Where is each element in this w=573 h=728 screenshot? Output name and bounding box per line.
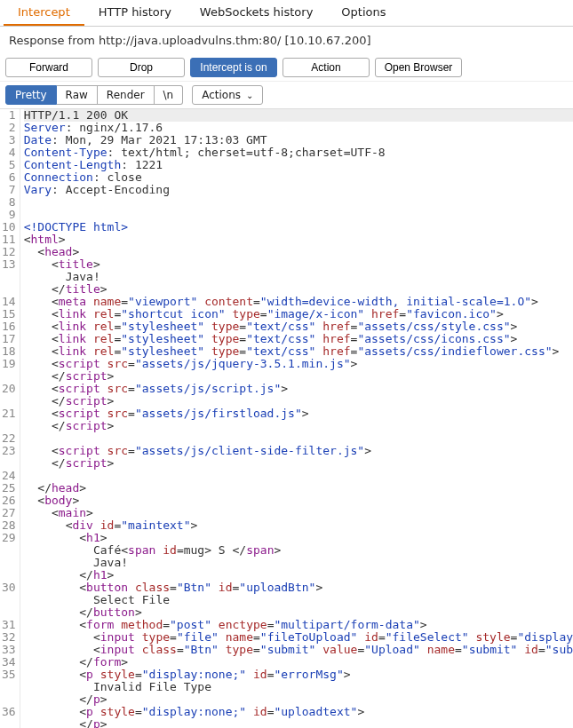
open-browser-button[interactable]: Open Browser bbox=[375, 58, 462, 77]
request-info: Response from http://java.uploadvulns.th… bbox=[0, 27, 573, 54]
intercept-toggle[interactable]: Intercept is on bbox=[190, 58, 277, 77]
tab-options[interactable]: Options bbox=[327, 0, 400, 26]
view-pretty[interactable]: Pretty bbox=[5, 85, 57, 105]
forward-button[interactable]: Forward bbox=[5, 58, 92, 77]
main-tabs: Intercept HTTP history WebSockets histor… bbox=[0, 0, 573, 27]
tab-websockets-history[interactable]: WebSockets history bbox=[186, 0, 327, 26]
drop-button[interactable]: Drop bbox=[98, 58, 185, 77]
line-gutter: 1234567891011121314151617181920212223242… bbox=[0, 109, 20, 728]
tab-intercept[interactable]: Intercept bbox=[4, 0, 84, 26]
actions-label: Actions bbox=[202, 89, 241, 101]
action-buttons: Forward Drop Intercept is on Action Open… bbox=[0, 54, 573, 82]
code-viewer[interactable]: 1234567891011121314151617181920212223242… bbox=[0, 109, 573, 728]
tab-http-history[interactable]: HTTP history bbox=[84, 0, 186, 26]
view-render[interactable]: Render bbox=[98, 85, 155, 105]
view-raw[interactable]: Raw bbox=[57, 85, 98, 105]
actions-dropdown[interactable]: Actions ⌄ bbox=[192, 85, 263, 105]
chevron-down-icon: ⌄ bbox=[246, 91, 253, 100]
view-mode-row: Pretty Raw Render \n Actions ⌄ bbox=[0, 82, 573, 109]
view-newline[interactable]: \n bbox=[155, 85, 184, 105]
code-content[interactable]: HTTP/1.1 200 OKServer: nginx/1.17.6Date:… bbox=[20, 109, 573, 728]
action-button[interactable]: Action bbox=[283, 58, 370, 77]
